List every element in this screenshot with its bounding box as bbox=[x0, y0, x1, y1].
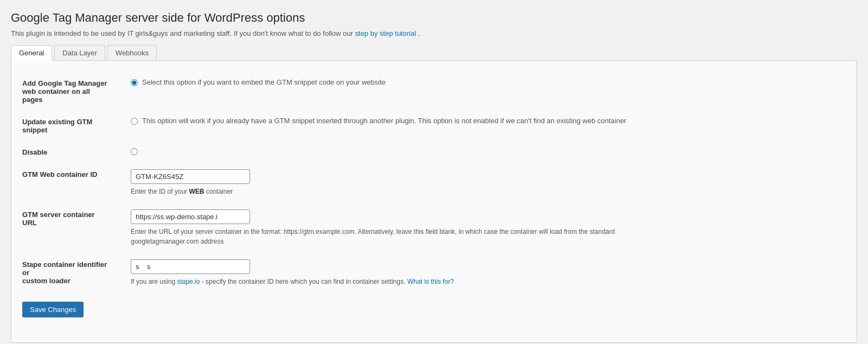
row-gtm-web-id: GTM Web container ID Enter the ID of you… bbox=[11, 163, 857, 203]
radio-update-label[interactable]: This option will work if you already hav… bbox=[131, 117, 846, 125]
label-gtm-server-url: GTM server container URL bbox=[11, 203, 120, 253]
row-disable: Disable bbox=[11, 141, 857, 163]
tab-bar: General Data Layer Webhooks bbox=[11, 45, 857, 61]
gtm-web-id-description: Enter the ID of your WEB container bbox=[131, 187, 619, 196]
row-embed: Add Google Tag Manager web container on … bbox=[11, 72, 857, 110]
page-title: Google Tag Manager server side for WordP… bbox=[11, 11, 857, 25]
subtitle-text-prefix: This plugin is intended to be used by IT… bbox=[11, 29, 355, 37]
stape-id-input[interactable] bbox=[131, 259, 250, 274]
field-update: This option will work if you already hav… bbox=[120, 110, 857, 141]
save-button[interactable]: Save Changes bbox=[22, 302, 84, 317]
radio-embed[interactable] bbox=[131, 79, 138, 86]
row-update: Update existing GTM snippet This option … bbox=[11, 110, 857, 141]
radio-update[interactable] bbox=[131, 118, 138, 125]
field-disable bbox=[120, 141, 857, 163]
gtm-server-url-input[interactable] bbox=[131, 209, 250, 224]
subtitle-text-suffix: . bbox=[416, 29, 420, 37]
tutorial-link[interactable]: step by step tutorial bbox=[355, 29, 416, 37]
radio-embed-text: Select this option if you want to embed … bbox=[142, 78, 386, 86]
field-stape-id: If you are using stape.io - specify the … bbox=[120, 253, 857, 293]
what-is-this-link[interactable]: What is this for? bbox=[407, 278, 454, 285]
radio-embed-label[interactable]: Select this option if you want to embed … bbox=[131, 78, 846, 86]
radio-update-text: This option will work if you already hav… bbox=[142, 117, 627, 125]
settings-content: Add Google Tag Manager web container on … bbox=[11, 61, 857, 343]
page-subtitle: This plugin is intended to be used by IT… bbox=[11, 29, 857, 37]
field-gtm-web-id: Enter the ID of your WEB container bbox=[120, 163, 857, 203]
radio-disable-label[interactable] bbox=[131, 147, 846, 155]
label-embed: Add Google Tag Manager web container on … bbox=[11, 72, 120, 110]
settings-table: Add Google Tag Manager web container on … bbox=[11, 72, 857, 293]
gtm-server-url-description: Enter the URL of your server container i… bbox=[131, 227, 619, 246]
label-gtm-web-id: GTM Web container ID bbox=[11, 163, 120, 203]
row-gtm-server-url: GTM server container URL Enter the URL o… bbox=[11, 203, 857, 253]
tab-webhooks[interactable]: Webhooks bbox=[107, 45, 157, 60]
stape-id-description: If you are using stape.io - specify the … bbox=[131, 277, 619, 286]
row-stape-id: Stape container identifier or custom loa… bbox=[11, 253, 857, 293]
tab-general[interactable]: General bbox=[11, 45, 52, 61]
field-embed: Select this option if you want to embed … bbox=[120, 72, 857, 110]
label-disable: Disable bbox=[11, 141, 120, 163]
gtm-web-id-input[interactable] bbox=[131, 169, 250, 184]
radio-disable[interactable] bbox=[131, 148, 138, 155]
label-stape-id: Stape container identifier or custom loa… bbox=[11, 253, 120, 293]
field-gtm-server-url: Enter the URL of your server container i… bbox=[120, 203, 857, 253]
tab-data-layer[interactable]: Data Layer bbox=[54, 45, 105, 60]
label-update: Update existing GTM snippet bbox=[11, 110, 120, 141]
stape-link[interactable]: stape.io bbox=[177, 278, 200, 285]
